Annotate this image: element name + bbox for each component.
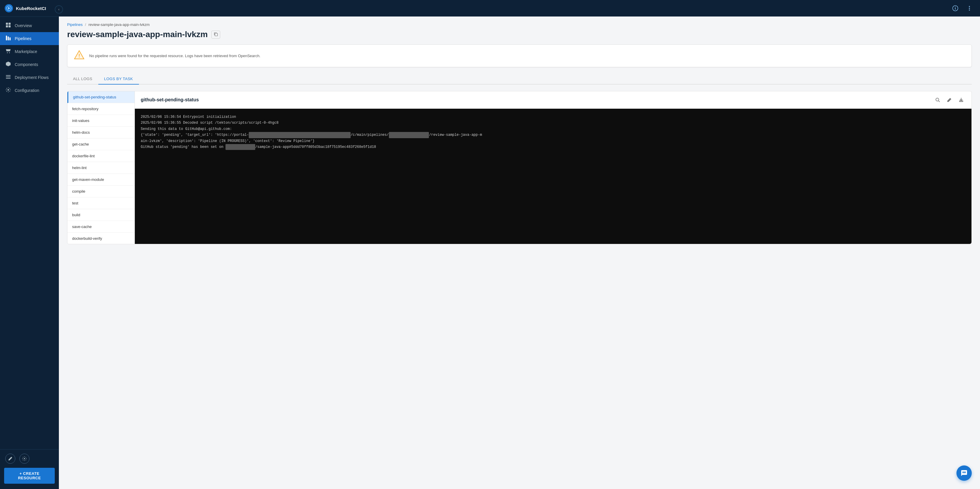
topbar-right: [951, 3, 974, 13]
marketplace-icon: [5, 48, 11, 55]
logs-layout: github-set-pending-status fetch-reposito…: [67, 91, 972, 244]
svg-rect-4: [6, 25, 8, 27]
pipelines-icon: [5, 35, 11, 42]
app-name: KubeRocketCI: [16, 6, 46, 11]
sidebar-item-configuration[interactable]: Configuration: [0, 84, 59, 97]
task-item-helm-lint[interactable]: helm-lint: [67, 162, 135, 174]
svg-rect-8: [10, 37, 11, 40]
search-log-button[interactable]: [933, 96, 942, 104]
svg-point-22: [969, 10, 970, 11]
task-item-helm-docs[interactable]: helm-docs: [67, 127, 135, 139]
svg-point-15: [8, 89, 9, 91]
log-panel-actions: [933, 96, 966, 104]
svg-rect-5: [8, 25, 11, 27]
sidebar-item-label-marketplace: Marketplace: [15, 49, 37, 54]
task-item-get-maven-module[interactable]: get-maven-module: [67, 174, 135, 186]
edit-icon-btn[interactable]: [5, 454, 15, 464]
terminal-line-5: GitHub status 'pending' has been set on …: [141, 144, 966, 150]
terminal: 2025/02/06 15:36:54 Entrypoint initializ…: [135, 109, 972, 244]
download-log-button[interactable]: [957, 96, 966, 104]
sidebar-item-components[interactable]: Components: [0, 58, 59, 71]
terminal-line-4: {'state': 'pending', 'target_url': 'http…: [141, 132, 966, 138]
sidebar-item-label-components: Components: [15, 62, 38, 67]
sidebar-item-deployment-flows[interactable]: Deployment Flows: [0, 71, 59, 84]
task-list: github-set-pending-status fetch-reposito…: [67, 91, 135, 244]
breadcrumb-current: review-sample-java-app-main-lvkzm: [88, 22, 150, 27]
sidebar-item-label-overview: Overview: [15, 23, 32, 28]
terminal-line-2: 2025/02/06 15:36:55 Decoded script /tekt…: [141, 120, 966, 126]
task-item-dockerbuild-verify[interactable]: dockerbuild-verify: [67, 233, 135, 244]
sidebar-item-overview[interactable]: Overview: [0, 19, 59, 32]
task-item-get-cache[interactable]: get-cache: [67, 139, 135, 150]
terminal-line-3: Sending this data to GitHub@api.github.c…: [141, 126, 966, 132]
more-options-icon-btn[interactable]: [965, 3, 974, 13]
svg-rect-3: [8, 23, 11, 25]
svg-point-26: [936, 98, 939, 101]
create-resource-button[interactable]: + CREATE RESOURCE: [4, 468, 55, 484]
log-panel-header: github-set-pending-status: [135, 91, 972, 109]
copy-title-button[interactable]: [212, 31, 220, 38]
settings-icon-btn[interactable]: [19, 454, 29, 464]
task-item-dockerfile-lint[interactable]: dockerfile-lint: [67, 150, 135, 162]
warning-banner: ! No pipeline runs were found for the re…: [67, 45, 972, 67]
svg-marker-11: [6, 62, 11, 66]
sidebar: KubeRocketCI ‹ Overview Pipelines Market…: [0, 0, 59, 489]
svg-point-18: [955, 7, 956, 7]
deployment-flows-icon: [5, 74, 11, 81]
main: Pipelines / review-sample-java-app-main-…: [59, 0, 980, 489]
task-item-save-cache[interactable]: save-cache: [67, 221, 135, 233]
tab-logs-by-task[interactable]: LOGS BY TASK: [98, 74, 139, 84]
page-title-row: review-sample-java-app-main-lvkzm: [67, 30, 972, 39]
tab-all-logs[interactable]: ALL LOGS: [67, 74, 98, 84]
task-item-github-set-pending-status[interactable]: github-set-pending-status: [67, 91, 135, 103]
sidebar-item-pipelines[interactable]: Pipelines: [0, 32, 59, 45]
log-panel: github-set-pending-status 2: [135, 91, 972, 244]
task-item-test[interactable]: test: [67, 198, 135, 209]
log-panel-title: github-set-pending-status: [141, 97, 199, 102]
sidebar-item-label-configuration: Configuration: [15, 88, 39, 93]
task-item-build[interactable]: build: [67, 209, 135, 221]
breadcrumb-separator: /: [85, 22, 86, 27]
svg-rect-14: [6, 78, 11, 79]
svg-marker-1: [8, 7, 10, 10]
task-item-init-values[interactable]: init-values: [67, 115, 135, 127]
chat-fab-button[interactable]: [956, 465, 972, 481]
info-icon-btn[interactable]: [951, 3, 960, 13]
terminal-line-4b: ain-lvkzm', 'description': 'Pipeline (IN…: [141, 138, 966, 144]
task-item-compile[interactable]: compile: [67, 186, 135, 198]
breadcrumb-pipelines-link[interactable]: Pipelines: [67, 22, 83, 27]
warning-text: No pipeline runs were found for the requ…: [89, 54, 261, 58]
svg-rect-7: [8, 37, 9, 40]
svg-point-16: [24, 458, 25, 459]
task-item-fetch-repository[interactable]: fetch-repository: [67, 103, 135, 115]
sidebar-item-label-deployment-flows: Deployment Flows: [15, 75, 49, 80]
components-icon: [5, 61, 11, 68]
sidebar-collapse-btn[interactable]: ‹: [55, 5, 63, 14]
sidebar-nav: Overview Pipelines Marketplace Component…: [0, 17, 59, 449]
svg-rect-13: [6, 76, 11, 77]
sidebar-bottom: [0, 449, 59, 468]
svg-point-20: [969, 6, 970, 7]
svg-line-27: [939, 101, 940, 102]
terminal-line-1: 2025/02/06 15:36:54 Entrypoint initializ…: [141, 114, 966, 120]
svg-rect-19: [955, 8, 956, 10]
breadcrumb: Pipelines / review-sample-java-app-main-…: [67, 22, 972, 27]
svg-rect-6: [6, 36, 7, 40]
topbar: [59, 0, 980, 16]
page-title: review-sample-java-app-main-lvkzm: [67, 30, 208, 39]
svg-rect-23: [215, 33, 218, 36]
configuration-icon: [5, 87, 11, 94]
overview-icon: [5, 22, 11, 29]
sidebar-item-marketplace[interactable]: Marketplace: [0, 45, 59, 58]
tabs-bar: ALL LOGS LOGS BY TASK: [67, 74, 972, 84]
svg-point-9: [7, 53, 8, 53]
app-logo: [5, 4, 13, 13]
sidebar-header: KubeRocketCI: [0, 0, 59, 17]
svg-point-21: [969, 8, 970, 9]
svg-rect-28: [959, 101, 963, 102]
sidebar-item-label-pipelines: Pipelines: [15, 36, 32, 41]
edit-log-button[interactable]: [945, 96, 954, 104]
content-area: Pipelines / review-sample-java-app-main-…: [59, 16, 980, 489]
svg-rect-12: [6, 75, 11, 76]
svg-text:!: !: [79, 53, 80, 58]
